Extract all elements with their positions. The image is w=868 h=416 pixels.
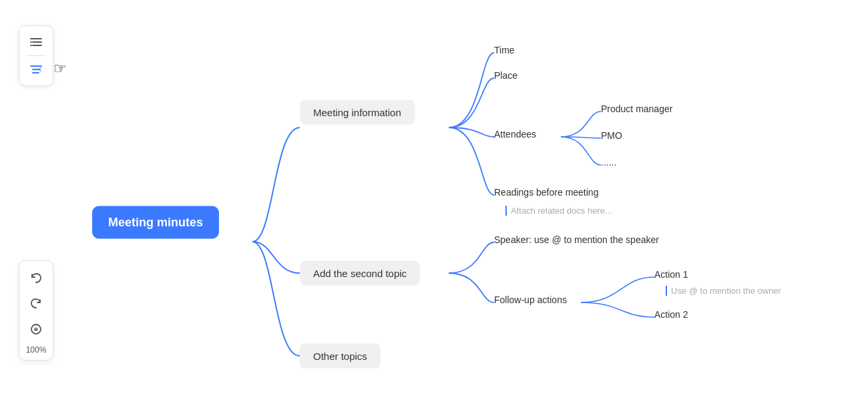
root-node[interactable]: Meeting minutes [92, 206, 219, 239]
branch1-node[interactable]: Meeting information [300, 100, 415, 125]
leaf-pmo: PMO [601, 130, 622, 141]
toolbar-bottom: 100% [19, 260, 53, 361]
outline-view-button[interactable] [24, 30, 48, 54]
branch3-node[interactable]: Other topics [300, 344, 381, 369]
undo-button[interactable] [24, 266, 48, 290]
branch1-label: Meeting information [313, 107, 401, 118]
root-label: Meeting minutes [108, 216, 203, 229]
svg-point-4 [30, 45, 31, 46]
leaf-time: Time [494, 45, 515, 55]
toolbar-divider [26, 55, 46, 56]
leaf-attendees: Attendees [494, 129, 536, 140]
redo-button[interactable] [24, 292, 48, 316]
edit-icon-button[interactable] [24, 317, 48, 341]
leaf-place: Place [494, 70, 517, 81]
branch2-label: Add the second topic [313, 268, 407, 279]
leaf-action2: Action 2 [654, 309, 688, 320]
leaf-followup: Follow-up actions [494, 294, 567, 305]
cursor-icon: ☞ [53, 60, 67, 77]
leaf-attach: Attach related docs here... [505, 206, 612, 216]
leaf-action1: Action 1 [654, 269, 688, 280]
collapse-button[interactable] [24, 57, 48, 81]
branch3-label: Other topics [313, 351, 367, 362]
leaf-readings: Readings before meeting [494, 187, 598, 198]
leaf-action1-hint: Use @ to mention the owner [666, 286, 781, 296]
svg-point-3 [30, 41, 31, 43]
branch2-node[interactable]: Add the second topic [300, 261, 420, 286]
zoom-label: 100% [26, 345, 47, 355]
leaf-speaker: Speaker: use @ to mention the speaker [494, 234, 659, 245]
toolbar-top [19, 25, 53, 86]
leaf-product-manager: Product manager [601, 103, 672, 114]
leaf-dots: ...... [601, 157, 616, 168]
